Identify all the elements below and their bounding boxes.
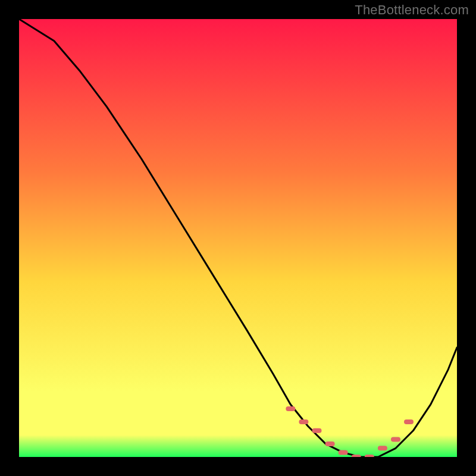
highlight-dash: [339, 450, 348, 455]
plot-area: [19, 19, 457, 457]
highlight-dash: [325, 441, 335, 446]
highlight-dash: [404, 419, 414, 424]
highlight-dash: [312, 428, 322, 433]
highlight-dash: [391, 437, 400, 442]
highlight-dash: [286, 406, 295, 411]
highlight-dash: [365, 455, 374, 457]
highlight-dash: [299, 419, 308, 424]
highlight-dash: [378, 446, 387, 450]
watermark-text: TheBottleneck.com: [355, 2, 469, 18]
gradient-background: [19, 19, 457, 457]
chart-frame: TheBottleneck.com: [0, 0, 476, 476]
highlight-dash: [352, 455, 361, 457]
chart-svg: [19, 19, 457, 457]
